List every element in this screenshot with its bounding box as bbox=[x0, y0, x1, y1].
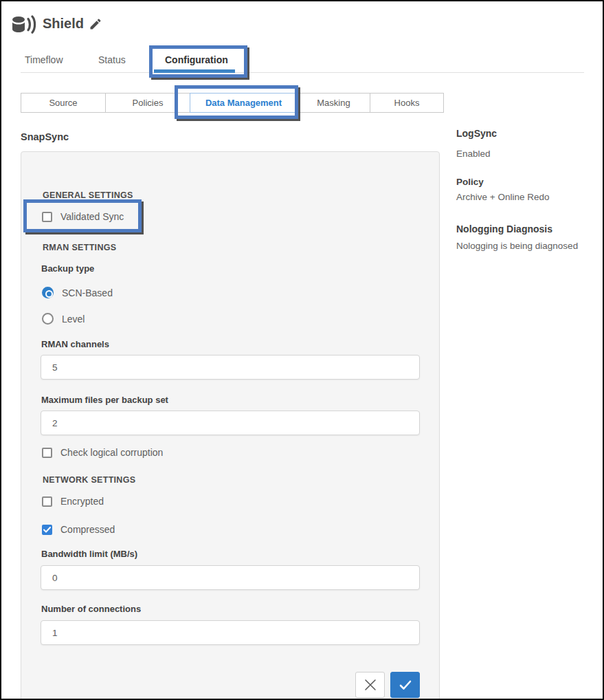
bandwidth-limit-input[interactable] bbox=[41, 565, 420, 590]
policy-label: Policy bbox=[456, 177, 594, 187]
subtab-masking[interactable]: Masking bbox=[297, 93, 370, 113]
level-radio-row: Level bbox=[42, 313, 85, 325]
close-icon bbox=[364, 679, 377, 691]
encrypted-row: Encrypted bbox=[42, 496, 104, 507]
rman-channels-input[interactable] bbox=[41, 355, 420, 380]
scn-based-label: SCN-Based bbox=[62, 287, 113, 298]
confirm-button[interactable] bbox=[390, 672, 420, 698]
bandwidth-limit-label: Bandwidth limit (MB/s) bbox=[41, 549, 137, 559]
scn-based-radio-row: SCN-Based bbox=[42, 287, 113, 298]
subtab-hooks[interactable]: Hooks bbox=[370, 93, 444, 113]
rman-channels-label: RMAN channels bbox=[41, 339, 109, 349]
cancel-button[interactable] bbox=[355, 672, 385, 698]
check-logical-label: Check logical corruption bbox=[60, 447, 163, 458]
compressed-label: Compressed bbox=[60, 524, 115, 535]
edit-pencil-icon[interactable] bbox=[89, 17, 102, 31]
validated-sync-label: Validated Sync bbox=[60, 211, 124, 222]
check-logical-row: Check logical corruption bbox=[42, 447, 163, 458]
tab-timeflow[interactable]: Timeflow bbox=[25, 54, 63, 65]
network-settings-heading: NETWORK SETTINGS bbox=[43, 475, 135, 485]
level-label: Level bbox=[62, 314, 85, 325]
general-settings-heading: GENERAL SETTINGS bbox=[43, 190, 133, 200]
connections-input[interactable] bbox=[41, 620, 420, 645]
nologging-diagnosis-label: Nologging Diagnosis bbox=[456, 223, 594, 234]
page-title: Shield bbox=[43, 16, 84, 32]
compressed-checkbox[interactable] bbox=[42, 525, 52, 535]
app-window: Shield Timeflow Status Configuration Sou… bbox=[0, 0, 604, 700]
tab-configuration[interactable]: Configuration bbox=[165, 54, 228, 65]
main-tab-bar: Timeflow Status Configuration bbox=[21, 50, 584, 73]
subtab-source[interactable]: Source bbox=[21, 93, 106, 113]
encrypted-checkbox[interactable] bbox=[42, 496, 52, 507]
snapsync-section-title: SnapSync bbox=[21, 131, 69, 142]
connections-label: Number of connections bbox=[41, 604, 141, 614]
validated-sync-row: Validated Sync bbox=[42, 211, 124, 222]
backup-type-label: Backup type bbox=[41, 263, 94, 274]
subtab-data-management[interactable]: Data Management bbox=[190, 93, 298, 113]
subtab-policies[interactable]: Policies bbox=[105, 93, 190, 113]
compressed-row: Compressed bbox=[42, 524, 115, 535]
dsource-database-icon bbox=[11, 15, 37, 37]
snapsync-panel: GENERAL SETTINGS Validated Sync RMAN SET… bbox=[21, 151, 440, 700]
checkmark-icon bbox=[399, 680, 412, 690]
active-tab-indicator bbox=[154, 69, 235, 73]
encrypted-label: Encrypted bbox=[60, 496, 104, 507]
nologging-diagnosis-value: Nologging is being diagnosed bbox=[456, 241, 594, 251]
logsync-status: Enabled bbox=[456, 149, 594, 159]
policy-value: Archive + Online Redo bbox=[456, 192, 594, 202]
configuration-subtab-bar: Source Policies Data Management Masking … bbox=[21, 93, 444, 113]
tab-status[interactable]: Status bbox=[98, 54, 126, 65]
form-actions bbox=[355, 672, 420, 698]
scn-based-radio[interactable] bbox=[42, 287, 54, 298]
validated-sync-checkbox[interactable] bbox=[42, 212, 52, 222]
level-radio[interactable] bbox=[42, 313, 54, 325]
logsync-section-title: LogSync bbox=[456, 128, 594, 139]
check-logical-corruption-checkbox[interactable] bbox=[42, 448, 52, 458]
max-files-label: Maximum files per backup set bbox=[41, 395, 168, 405]
logsync-summary: LogSync Enabled Policy Archive + Online … bbox=[456, 128, 594, 251]
max-files-input[interactable] bbox=[41, 411, 420, 435]
rman-settings-heading: RMAN SETTINGS bbox=[43, 243, 116, 252]
